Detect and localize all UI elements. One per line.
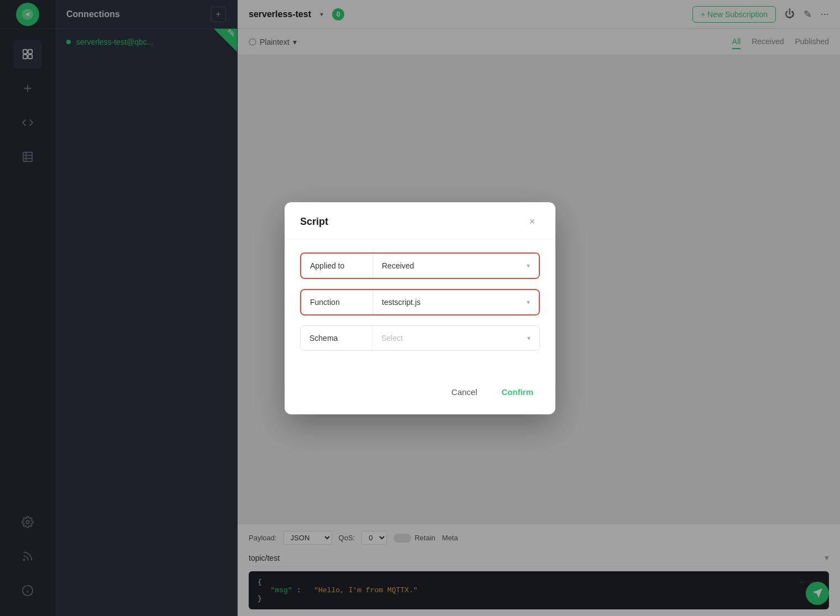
schema-placeholder: Select [381, 334, 403, 343]
confirm-button[interactable]: Confirm [495, 383, 540, 401]
schema-row: Schema Select ▾ [300, 325, 540, 351]
modal-title: Script [300, 216, 328, 228]
applied-to-select[interactable]: Received ▾ [373, 254, 539, 278]
function-value: testscript.js [382, 298, 421, 307]
modal-overlay[interactable]: Script × Applied to Received ▾ Function … [0, 0, 840, 616]
applied-to-label: Applied to [301, 254, 373, 278]
modal-body: Applied to Received ▾ Function testscrip… [285, 239, 555, 374]
schema-label: Schema [301, 326, 372, 350]
modal-footer: Cancel Confirm [285, 374, 555, 414]
function-select[interactable]: testscript.js ▾ [373, 290, 539, 314]
function-chevron-icon: ▾ [527, 298, 530, 306]
applied-to-chevron-icon: ▾ [527, 262, 530, 270]
function-label: Function [301, 290, 373, 314]
function-row: Function testscript.js ▾ [300, 289, 540, 315]
applied-to-value: Received [382, 261, 414, 270]
schema-chevron-icon: ▾ [527, 334, 531, 342]
modal-header: Script × [285, 202, 555, 239]
modal-close-button[interactable]: × [524, 214, 540, 230]
script-modal: Script × Applied to Received ▾ Function … [285, 202, 555, 414]
schema-select[interactable]: Select ▾ [372, 326, 539, 350]
cancel-button[interactable]: Cancel [445, 383, 484, 401]
applied-to-row: Applied to Received ▾ [300, 252, 540, 279]
